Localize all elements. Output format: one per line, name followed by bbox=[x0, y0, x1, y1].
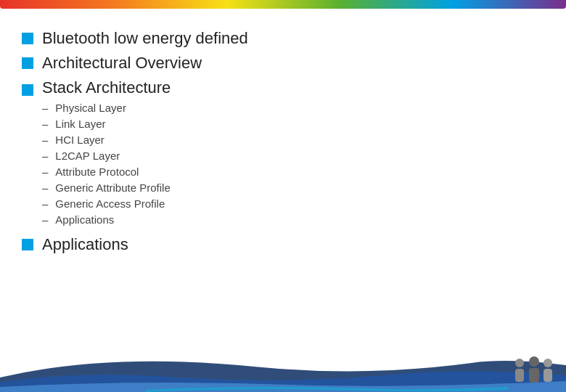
svg-point-4 bbox=[544, 359, 552, 367]
list-item-label: Applications bbox=[42, 235, 128, 254]
bottom-waves bbox=[0, 338, 566, 392]
list-item-architectural: Architectural Overview bbox=[22, 54, 544, 73]
footer-logo bbox=[512, 356, 554, 386]
sub-list-item: Applications bbox=[42, 213, 171, 226]
main-content: Bluetooth low energy defined Architectur… bbox=[22, 22, 544, 334]
bullet-icon bbox=[22, 84, 33, 96]
bullet-icon bbox=[22, 239, 33, 250]
list-item-label: Bluetooth low energy defined bbox=[42, 29, 248, 48]
main-bullet-list: Bluetooth low energy defined Architectur… bbox=[22, 29, 544, 254]
list-item-applications: Applications bbox=[22, 235, 544, 254]
svg-rect-1 bbox=[515, 369, 524, 382]
list-item-label: Architectural Overview bbox=[42, 54, 202, 73]
sub-list-item: Generic Access Profile bbox=[42, 197, 171, 210]
svg-rect-3 bbox=[529, 368, 539, 383]
bullet-icon bbox=[22, 57, 33, 69]
sub-list-item: L2CAP Layer bbox=[42, 150, 171, 162]
sub-list-stack: Physical Layer Link Layer HCI Layer L2CA… bbox=[42, 102, 171, 229]
sub-list-item: Link Layer bbox=[42, 118, 171, 130]
svg-point-2 bbox=[529, 356, 539, 367]
bullet-icon bbox=[22, 33, 33, 44]
svg-point-0 bbox=[515, 359, 524, 367]
list-item-bluetooth: Bluetooth low energy defined bbox=[22, 29, 544, 48]
svg-rect-5 bbox=[544, 369, 552, 382]
sub-list-item: Physical Layer bbox=[42, 102, 171, 114]
sub-list-item: HCI Layer bbox=[42, 134, 171, 146]
list-item-label: Stack Architecture bbox=[42, 78, 171, 97]
sub-list-item: Generic Attribute Profile bbox=[42, 181, 171, 194]
sub-list-item: Attribute Protocol bbox=[42, 166, 171, 178]
list-item-stack: Stack Architecture Physical Layer Link L… bbox=[22, 78, 544, 229]
top-rainbow-bar bbox=[0, 0, 566, 9]
